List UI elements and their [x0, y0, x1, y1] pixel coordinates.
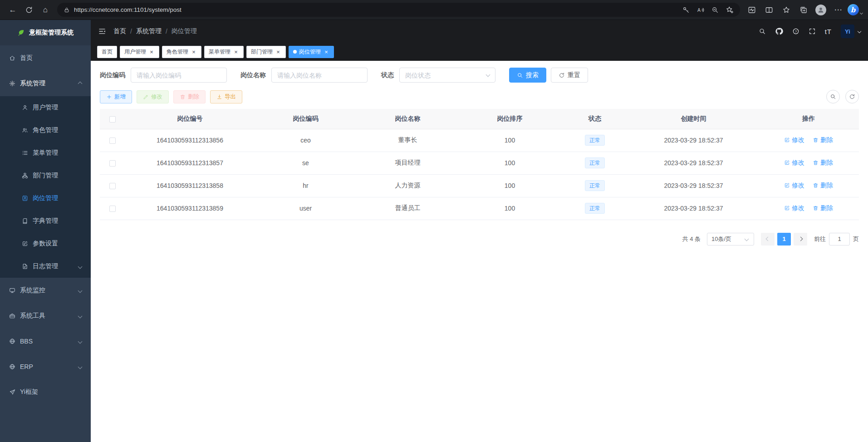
- browser-profile-button[interactable]: [813, 3, 829, 17]
- browser-home-button[interactable]: ⌂: [37, 3, 54, 17]
- close-icon[interactable]: ×: [323, 49, 329, 55]
- font-size-button[interactable]: tT: [825, 28, 832, 35]
- breadcrumb-system[interactable]: 系统管理: [136, 27, 162, 35]
- sidebar-item-log-mgmt[interactable]: 日志管理: [0, 255, 91, 278]
- sidebar-item-erp[interactable]: ERP: [0, 354, 91, 379]
- tab-home[interactable]: 首页: [97, 46, 117, 58]
- password-key-icon[interactable]: [682, 6, 690, 14]
- pagination-page-1[interactable]: 1: [777, 233, 791, 246]
- monitor-icon: [9, 287, 15, 294]
- copilot-button[interactable]: b: [847, 3, 863, 17]
- status-select-input[interactable]: [399, 68, 495, 83]
- close-icon[interactable]: ×: [191, 49, 197, 55]
- admin-app: 意框架管理系统 首页 系统管理 用户管理 角色管理 菜单管理: [0, 20, 868, 442]
- row-checkbox[interactable]: [109, 183, 116, 189]
- cell-post-id: 1641030593112313859: [125, 197, 255, 220]
- tab-post-mgmt[interactable]: 岗位管理 ×: [289, 46, 334, 58]
- split-screen-button[interactable]: [761, 3, 777, 17]
- sidebar-item-post-mgmt[interactable]: 岗位管理: [0, 187, 91, 210]
- page-size-value[interactable]: [707, 233, 754, 246]
- pagination-prev-button[interactable]: [761, 233, 775, 246]
- close-icon[interactable]: ×: [275, 49, 281, 55]
- search-button[interactable]: 搜索: [509, 68, 546, 83]
- row-edit-button[interactable]: 修改: [784, 159, 804, 167]
- sidebar-item-dict-mgmt[interactable]: 字典管理: [0, 210, 91, 232]
- select-all-checkbox[interactable]: [109, 116, 116, 123]
- row-edit-button[interactable]: 修改: [784, 136, 804, 144]
- chevron-down-icon[interactable]: [858, 29, 861, 33]
- trash-icon: [180, 94, 186, 100]
- url-text[interactable]: https://ccnetcore.com:1101/system/post: [74, 6, 181, 13]
- pagination-goto-input[interactable]: [829, 233, 850, 246]
- toggle-search-button[interactable]: [826, 90, 840, 103]
- browser-essentials-button[interactable]: [744, 3, 760, 17]
- add-button[interactable]: 新增: [100, 90, 132, 103]
- sidebar-item-role-mgmt[interactable]: 角色管理: [0, 119, 91, 142]
- help-button[interactable]: [792, 28, 799, 35]
- app-logo[interactable]: 意框架管理系统: [0, 20, 91, 45]
- pagination-next-button[interactable]: [794, 233, 807, 246]
- table-toolbar-right: [826, 90, 859, 103]
- sidebar-toggle-button[interactable]: [98, 27, 106, 35]
- favorites-button[interactable]: [778, 3, 794, 17]
- status-select[interactable]: [399, 68, 495, 83]
- collections-button[interactable]: [795, 3, 812, 17]
- sidebar-item-yi-framework[interactable]: Yi框架: [0, 379, 91, 405]
- pencil-icon: [143, 94, 149, 100]
- row-delete-button[interactable]: 删除: [813, 204, 833, 212]
- row-edit-button[interactable]: 修改: [784, 182, 804, 190]
- sidebar-item-system-mgmt[interactable]: 系统管理: [0, 71, 91, 96]
- header-search-button[interactable]: [759, 28, 766, 35]
- sidebar-item-param-settings[interactable]: 参数设置: [0, 232, 91, 255]
- status-badge: 正常: [585, 180, 605, 191]
- sidebar-item-system-tools[interactable]: 系统工具: [0, 303, 91, 329]
- user-avatar[interactable]: Yi: [841, 25, 854, 38]
- row-checkbox[interactable]: [109, 138, 116, 144]
- delete-button[interactable]: 删除: [173, 90, 206, 103]
- browser-back-button[interactable]: ←: [5, 3, 21, 17]
- sidebar-item-system-monitor[interactable]: 系统监控: [0, 278, 91, 303]
- breadcrumb-home[interactable]: 首页: [113, 27, 126, 35]
- post-code-input[interactable]: [131, 68, 227, 83]
- pagination: 共 4 条 1 前往 页: [100, 233, 859, 246]
- browser-menu-button[interactable]: ⋯: [830, 3, 846, 17]
- sidebar-item-user-mgmt[interactable]: 用户管理: [0, 96, 91, 119]
- reset-button[interactable]: 重置: [551, 68, 588, 83]
- row-delete-button[interactable]: 删除: [813, 136, 833, 144]
- page-size-select[interactable]: [707, 233, 754, 246]
- tab-dept-mgmt[interactable]: 部门管理 ×: [246, 46, 286, 58]
- refresh-table-button[interactable]: [845, 90, 859, 103]
- row-delete-button[interactable]: 删除: [813, 182, 833, 190]
- search-icon: [830, 93, 836, 100]
- row-edit-button[interactable]: 修改: [784, 204, 804, 212]
- sidebar-item-menu-mgmt[interactable]: 菜单管理: [0, 142, 91, 164]
- zoom-icon[interactable]: [711, 6, 719, 14]
- edit-button[interactable]: 修改: [137, 90, 169, 103]
- row-checkbox[interactable]: [109, 206, 116, 212]
- breadcrumb-separator: /: [166, 28, 167, 35]
- chevron-left-icon: [765, 237, 770, 241]
- row-delete-button[interactable]: 删除: [813, 159, 833, 167]
- edit-icon: [784, 205, 790, 211]
- sidebar-item-home[interactable]: 首页: [0, 45, 91, 71]
- address-bar[interactable]: https://ccnetcore.com:1101/system/post: [57, 3, 740, 17]
- close-icon[interactable]: ×: [233, 49, 239, 55]
- fullscreen-button[interactable]: [809, 28, 816, 35]
- browser-refresh-button[interactable]: [21, 3, 37, 17]
- row-checkbox[interactable]: [109, 160, 116, 167]
- github-button[interactable]: [775, 27, 783, 35]
- sidebar-item-bbs[interactable]: BBS: [0, 329, 91, 354]
- cell-post-id: 1641030593112313858: [125, 174, 255, 197]
- edit-icon: [784, 137, 790, 143]
- post-name-input[interactable]: [271, 68, 368, 83]
- close-icon[interactable]: ×: [148, 49, 155, 55]
- add-favorite-icon[interactable]: [726, 6, 734, 14]
- edit-icon: [22, 241, 28, 247]
- export-button[interactable]: 导出: [210, 90, 242, 103]
- sidebar-item-dept-mgmt[interactable]: 部门管理: [0, 164, 91, 187]
- list-icon: [22, 150, 28, 156]
- tab-role-mgmt[interactable]: 角色管理 ×: [162, 46, 201, 58]
- tab-user-mgmt[interactable]: 用户管理 ×: [120, 46, 159, 58]
- read-aloud-icon[interactable]: [696, 6, 705, 14]
- tab-menu-mgmt[interactable]: 菜单管理 ×: [204, 46, 244, 58]
